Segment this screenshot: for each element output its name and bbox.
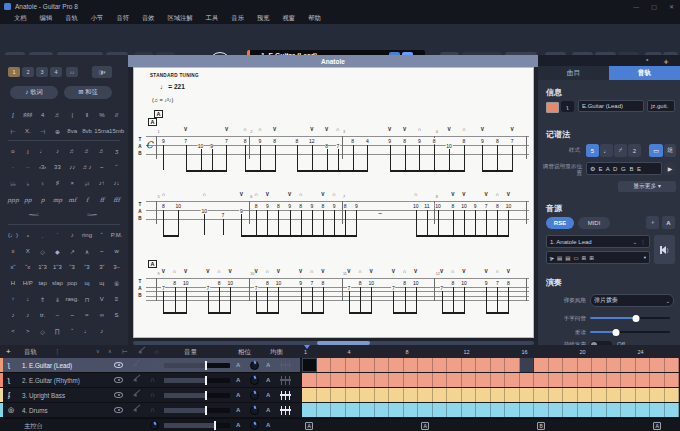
timeline-cell[interactable] <box>433 403 448 417</box>
tab-note[interactable]: 9 <box>299 280 303 286</box>
tab-note[interactable]: 8 <box>299 203 303 209</box>
panel-dot-icon[interactable]: • <box>646 56 648 63</box>
timeline-cell[interactable] <box>520 358 535 372</box>
tab-note[interactable]: 10 <box>197 143 204 149</box>
timeline-cell[interactable] <box>636 358 651 372</box>
palette-symbol[interactable]: V <box>95 292 109 306</box>
palette-symbol[interactable]: mf <box>65 192 79 206</box>
tab-note[interactable]: 10 <box>182 280 189 286</box>
palette-symbol[interactable]: 33 <box>50 160 64 174</box>
chords-button[interactable]: ⊞ 和弦 <box>64 86 112 99</box>
palette-symbol[interactable]: ring <box>80 228 94 242</box>
timeline-cell[interactable] <box>563 388 578 402</box>
palette-symbol[interactable]: ♪♪ <box>65 160 79 174</box>
palette-symbol[interactable]: X. <box>21 124 35 138</box>
menu-item-3[interactable]: 音轨 <box>65 14 78 23</box>
timeline-cell[interactable] <box>578 358 593 372</box>
palette-symbol[interactable]: 4 <box>36 108 50 122</box>
menu-item-2[interactable]: 编辑 <box>40 14 53 23</box>
timeline-cell[interactable] <box>418 403 433 417</box>
timeline-cell[interactable] <box>476 358 491 372</box>
palette-symbol[interactable]: ·· <box>21 160 35 174</box>
palette-symbol[interactable]: ~ <box>95 244 109 258</box>
pan-automation-button[interactable]: A <box>266 362 270 368</box>
timeline-cell[interactable] <box>636 403 651 417</box>
palette-symbol[interactable]: ≡ <box>110 292 124 306</box>
volume-automation-button[interactable]: A <box>236 407 240 413</box>
palette-symbol[interactable]: H <box>6 276 20 290</box>
close-button[interactable]: ✕ <box>669 3 674 10</box>
palette-symbol[interactable]: ˘ <box>95 228 109 242</box>
tab-note[interactable]: 8 <box>403 138 407 144</box>
palette-symbol[interactable]: ɰ <box>95 276 109 290</box>
palette-symbol[interactable]: ♪ <box>6 308 20 322</box>
menu-item-10[interactable]: 预览 <box>257 14 270 23</box>
palette-symbol[interactable]: · <box>6 160 20 174</box>
palette-symbol[interactable]: ȷ <box>21 144 35 158</box>
show-more-button[interactable]: 显示更多 ▾ <box>618 181 676 192</box>
track-shortname-field[interactable]: jz.guit. <box>647 100 675 112</box>
timeline-cell[interactable] <box>375 373 390 387</box>
palette-symbol[interactable]: ◇ <box>36 244 50 258</box>
preview-sound-button[interactable]: ) <box>654 235 675 264</box>
tab-note[interactable]: 9 <box>162 138 166 144</box>
timeline-cell[interactable] <box>636 388 651 402</box>
solo-button[interactable]: ∩ <box>150 391 155 398</box>
timeline-cell[interactable] <box>534 388 549 402</box>
menu-item-7[interactable]: 区域注解 <box>168 14 193 23</box>
palette-symbol[interactable]: ♯♯♯ <box>21 108 35 122</box>
palette-symbol[interactable]: ♬ <box>95 144 109 158</box>
palette-symbol[interactable]: ♩ <box>80 324 94 338</box>
tab-note[interactable]: 7 <box>184 138 188 144</box>
accent-slider[interactable] <box>590 331 670 333</box>
tab-note[interactable]: 8 <box>358 280 362 286</box>
timeline-cell[interactable] <box>360 403 375 417</box>
palette-symbol[interactable]: ♬ <box>65 144 79 158</box>
tab-note[interactable]: 8 <box>273 138 277 144</box>
tab-note[interactable]: 10 <box>461 280 468 286</box>
mute-button[interactable]: ◂ <box>133 376 137 384</box>
palette-symbol[interactable]: 1˘3 <box>50 260 64 274</box>
timeline-cell[interactable] <box>346 373 361 387</box>
timeline-cell[interactable] <box>621 373 636 387</box>
palette-symbol[interactable]: ʃ <box>6 108 20 122</box>
timeline-cell[interactable] <box>520 373 535 387</box>
timeline-cell[interactable] <box>607 388 622 402</box>
tab-note[interactable]: 8 <box>254 203 258 209</box>
palette-symbol[interactable]: ˈ <box>50 228 64 242</box>
style-slash-button[interactable]: ⌿ <box>614 144 627 157</box>
palette-symbol[interactable]: ⊕ <box>50 124 64 138</box>
tab-note[interactable]: 7 <box>440 285 444 291</box>
palette-symbol[interactable]: mp <box>50 192 64 206</box>
timeline-cell[interactable] <box>331 373 346 387</box>
tab-note[interactable]: 8 <box>325 143 329 149</box>
timeline-cell[interactable] <box>607 373 622 387</box>
tab-note[interactable]: 8 <box>507 280 511 286</box>
tab-note[interactable]: 8 <box>403 280 407 286</box>
master-pan-automation[interactable]: A <box>266 422 270 428</box>
tab-note[interactable]: 9 <box>310 203 314 209</box>
multivoice-button[interactable]: ♪♪ <box>66 67 78 77</box>
timeline-cell[interactable] <box>375 358 390 372</box>
palette-symbol[interactable]: ˌ <box>36 228 50 242</box>
tab-note[interactable]: 7 <box>510 138 514 144</box>
palette-symbol[interactable]: ɰ <box>80 276 94 290</box>
tab-note[interactable]: 10 <box>175 203 182 209</box>
palette-symbol[interactable]: pop <box>65 276 79 290</box>
timeline-cell[interactable] <box>534 403 549 417</box>
play-style-dropdown[interactable]: 弹片拨奏 ⌄ <box>590 294 674 307</box>
timeline-cell[interactable] <box>418 373 433 387</box>
timeline-cell[interactable] <box>665 373 680 387</box>
tab-note[interactable]: 8 <box>495 138 499 144</box>
timeline-cell[interactable] <box>549 388 564 402</box>
solo-button[interactable]: ∩ <box>150 406 155 413</box>
timeline-cell[interactable] <box>317 358 332 372</box>
timeline-cell[interactable] <box>650 403 665 417</box>
tab-note[interactable]: 8 <box>173 280 177 286</box>
tab-note[interactable]: 8 <box>162 203 166 209</box>
menu-item-5[interactable]: 音符 <box>116 14 129 23</box>
style-tab-button[interactable]: 5 <box>586 144 599 157</box>
palette-symbol[interactable]: P.M. <box>110 228 124 242</box>
tab-note[interactable]: 4 <box>366 138 370 144</box>
timeline-cell[interactable] <box>433 373 448 387</box>
